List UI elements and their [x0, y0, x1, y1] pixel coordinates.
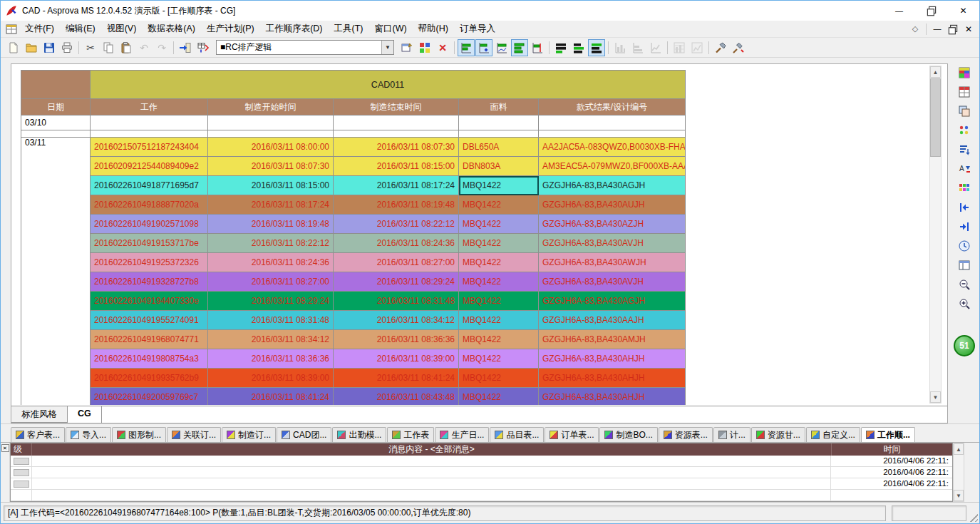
message-row[interactable]: 2016/04/06 22:11: — [11, 478, 952, 490]
scroll-up-icon[interactable]: ▲ — [930, 66, 941, 78]
sheet-tab-标准风格[interactable]: 标准风格 — [11, 406, 68, 423]
start-time-cell[interactable]: 2016/03/11 08:17:24 — [208, 195, 334, 215]
filter-az-button[interactable]: A — [956, 161, 973, 177]
message-scroll-down-icon[interactable]: ▼ — [954, 490, 964, 501]
menu-item-5[interactable]: 工作顺序表(D) — [260, 21, 329, 37]
empty-cell[interactable] — [91, 130, 208, 138]
work-id-cell[interactable]: 201602261049188877020a — [91, 195, 208, 215]
start-time-cell[interactable]: 2016/03/11 08:15:00 — [208, 176, 334, 195]
doc-tab-15[interactable]: 自定义... — [806, 427, 860, 442]
scheduling-logic-combo[interactable]: ■RC排产逻辑▼ — [216, 40, 394, 55]
message-row[interactable]: 2016/04/06 22:11: — [11, 467, 952, 478]
style-code-cell[interactable]: GZGJH6A-83,BA430AGJH — [539, 176, 686, 195]
menu-item-2[interactable]: 视图(V) — [101, 21, 143, 37]
end-time-cell[interactable]: 2016/03/11 08:43:48 — [334, 388, 459, 406]
multi-table-button[interactable] — [956, 103, 973, 119]
fabric-cell[interactable]: MBQ1422 — [459, 176, 539, 195]
mdi-minimize-button[interactable]: — — [929, 23, 945, 36]
close-message-panel-icon[interactable]: ✕ — [1, 444, 9, 452]
scrollbar-thumb[interactable] — [930, 78, 941, 157]
fabric-cell[interactable]: MBQ1422 — [459, 234, 539, 253]
message-scroll-up-icon[interactable]: ▲ — [954, 443, 964, 455]
end-time-cell[interactable]: 2016/03/11 08:39:00 — [334, 349, 459, 369]
style-code-cell[interactable]: GZGJH6A-83,BA430AUJH — [539, 195, 686, 215]
start-time-cell[interactable]: 2016/03/11 08:31:48 — [208, 311, 334, 330]
color-table-button[interactable] — [956, 65, 973, 81]
empty-cell[interactable] — [539, 115, 686, 130]
end-time-cell[interactable]: 2016/03/11 08:29:24 — [334, 272, 459, 292]
work-id-cell[interactable]: 2016022610491902571098 — [91, 215, 208, 234]
start-time-cell[interactable]: 2016/03/11 08:24:36 — [208, 253, 334, 272]
work-id-cell[interactable]: 20160226104920059769c7 — [91, 388, 208, 406]
save-button[interactable] — [41, 39, 58, 56]
gantt-stack-button[interactable] — [511, 39, 528, 56]
menu-item-4[interactable]: 生产计划(P) — [201, 21, 260, 37]
gantt-row-button[interactable] — [458, 39, 475, 56]
mdi-restore-button[interactable] — [945, 23, 961, 36]
doc-tab-5[interactable]: CAD团... — [277, 427, 331, 442]
doc-tab-2[interactable]: 图形制... — [112, 427, 166, 442]
paste-button[interactable] — [118, 39, 135, 56]
fabric-cell[interactable]: MBQ1422 — [459, 388, 539, 406]
start-time-cell[interactable]: 2016/03/11 08:41:24 — [208, 388, 334, 406]
minimize-button[interactable]: — — [883, 1, 915, 21]
fabric-cell[interactable]: MBQ1422 — [459, 253, 539, 272]
style-code-cell[interactable]: GZGJH6A-83,BA430AGJH — [539, 292, 686, 311]
vertical-scrollbar[interactable]: ▲ ▼ — [929, 66, 942, 404]
fabric-cell[interactable]: MBQ1422 — [459, 369, 539, 388]
doc-tab-1[interactable]: 导入... — [66, 427, 111, 442]
fabric-cell[interactable]: MBQ1422 — [459, 311, 539, 330]
end-time-cell[interactable]: 2016/03/11 08:27:00 — [334, 253, 459, 272]
empty-cell[interactable] — [208, 115, 334, 130]
style-code-cell[interactable]: GZGJH6A-83,BA430AWJH — [539, 253, 686, 272]
cut-button[interactable]: ✂ — [82, 39, 99, 56]
scroll-down-icon[interactable]: ▼ — [930, 391, 941, 403]
empty-cell[interactable] — [91, 115, 208, 130]
work-id-cell[interactable]: 20160226104919808754a3 — [91, 349, 208, 369]
work-id-cell[interactable]: 20160226104919328727b8 — [91, 272, 208, 292]
end-time-cell[interactable]: 2016/03/11 08:15:00 — [334, 157, 459, 176]
style-code-cell[interactable]: GZGJH6A-83,BA430AZJH — [539, 215, 686, 234]
doc-tab-8[interactable]: 生产日... — [435, 427, 489, 442]
work-id-cell[interactable]: 201602261049194407330e — [91, 292, 208, 311]
doc-tab-3[interactable]: 关联订... — [167, 427, 221, 442]
menu-item-1[interactable]: 编辑(E) — [60, 21, 101, 37]
mdi-close-button[interactable]: ✕ — [961, 23, 976, 36]
resource-bars-3-button[interactable] — [588, 39, 605, 56]
style-code-cell[interactable]: GZGJH6A-83,BA430AHJH — [539, 369, 686, 388]
order-import-button[interactable] — [177, 39, 194, 56]
sort-lines-button[interactable] — [956, 142, 973, 158]
style-code-cell[interactable]: GZGJH6A-83,BA430AVJH — [539, 272, 686, 292]
menu-item-8[interactable]: 帮助(H) — [413, 21, 454, 37]
start-time-cell[interactable]: 2016/03/11 08:00:00 — [208, 138, 334, 157]
clock-button[interactable] — [956, 238, 973, 254]
new-button[interactable] — [5, 39, 22, 56]
style-code-cell[interactable]: GZGJH6A-83,BA430AHJH — [539, 349, 686, 369]
gantt-mark-button[interactable] — [475, 39, 492, 56]
fabric-cell[interactable]: MBQ1422 — [459, 215, 539, 234]
restore-button[interactable] — [915, 1, 947, 21]
menu-item-9[interactable]: 订单导入 — [454, 21, 501, 37]
jump-left-button[interactable] — [956, 200, 973, 215]
doc-tab-12[interactable]: 资源表... — [659, 427, 713, 442]
start-time-cell[interactable]: 2016/03/11 08:27:00 — [208, 272, 334, 292]
color-grid-button[interactable] — [956, 180, 973, 196]
date-cell[interactable]: 03/11 — [21, 138, 91, 406]
start-time-cell[interactable]: 2016/03/11 08:22:12 — [208, 234, 334, 253]
work-id-cell[interactable]: 20160209212544089409e2 — [91, 157, 208, 176]
color-dots-button[interactable] — [956, 123, 973, 138]
work-id-cell[interactable]: 20160226104919153717be — [91, 234, 208, 253]
doc-tab-13[interactable]: 计... — [713, 427, 751, 442]
reschedule-button[interactable] — [712, 39, 729, 56]
style-code-cell[interactable]: AM3EAC5A-079MWZ0,BF000XB-AAA — [539, 157, 686, 176]
message-row[interactable]: 2016/04/06 22:11: — [11, 456, 952, 467]
end-time-cell[interactable]: 2016/03/11 08:19:48 — [334, 195, 459, 215]
style-code-cell[interactable]: AA2JAC5A-083QWZ0,B0030XB-FHA — [539, 138, 686, 157]
empty-cell[interactable] — [539, 130, 686, 138]
pin-window-button[interactable] — [398, 39, 416, 56]
work-id-cell[interactable]: 2016022610491955274091 — [91, 311, 208, 330]
end-time-cell[interactable]: 2016/03/11 08:24:36 — [334, 234, 459, 253]
work-id-cell[interactable]: 20160226104919935762b9 — [91, 369, 208, 388]
resource-bars-2-button[interactable] — [570, 39, 587, 56]
end-time-cell[interactable]: 2016/03/11 08:34:12 — [334, 311, 459, 330]
